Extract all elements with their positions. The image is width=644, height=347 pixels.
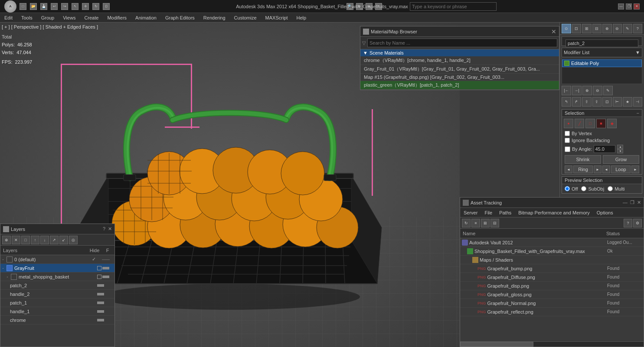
menu-views[interactable]: Views <box>59 14 80 21</box>
asset-btn-1[interactable]: ↻ <box>462 219 471 227</box>
layers-btn-new[interactable]: □ <box>21 236 30 244</box>
mod-sub-btn-5[interactable]: ✎ <box>603 86 613 95</box>
menu-create[interactable]: Create <box>80 14 103 21</box>
asset-menu-paths[interactable]: Paths <box>496 209 515 216</box>
asset-row-max-file[interactable]: Shopping_Basket_Filled_with_Grapefruits_… <box>460 247 644 256</box>
sel-icon-vertex[interactable]: ● <box>564 119 573 128</box>
ring-button[interactable]: Ring <box>573 165 593 173</box>
layer-row-grayfruit[interactable]: - GrayFruit <box>0 264 114 272</box>
mat-browser-close-btn[interactable]: ✕ <box>551 28 556 35</box>
asset-btn-2[interactable]: ≡ <box>471 219 480 227</box>
move-icon[interactable]: ✛ <box>82 3 89 10</box>
asset-row-reflect[interactable]: PNG Grapefruit_reflect.png Found <box>460 308 644 316</box>
menu-modifiers[interactable]: Modifiers <box>103 14 131 21</box>
rp-btn-2[interactable]: ⊡ <box>572 24 582 33</box>
redo-icon[interactable]: ↪ <box>61 3 68 10</box>
sel-icon-edge[interactable]: ╱ <box>575 119 584 128</box>
rp-btn-7[interactable]: ✎ <box>623 24 632 33</box>
menu-help[interactable]: Help <box>292 14 311 21</box>
modifier-entry[interactable]: Editable Poly <box>562 59 642 67</box>
search-input[interactable] <box>410 2 497 11</box>
asset-row-disp[interactable]: PNG Grapefruit_disp.png Found <box>460 282 644 290</box>
rp-btn-6[interactable]: ⊖ <box>613 24 622 33</box>
save-icon[interactable]: 💾 <box>40 3 47 10</box>
menu-rendering[interactable]: Rendering <box>199 14 230 21</box>
asset-minimize-btn[interactable]: — <box>623 200 628 205</box>
mod-sub-btn-2[interactable]: →| <box>572 86 582 95</box>
by-vertex-checkbox[interactable] <box>565 131 570 136</box>
menu-graph-editors[interactable]: Graph Editors <box>161 14 199 21</box>
select-icon[interactable]: ↖ <box>72 3 78 10</box>
rp-btn-3[interactable]: ⊞ <box>582 24 592 33</box>
rotate-icon[interactable]: ↻ <box>92 3 99 10</box>
menu-animation[interactable]: Animation <box>131 14 161 21</box>
preview-off-radio[interactable] <box>565 186 570 191</box>
asset-menu-file[interactable]: File <box>481 209 496 216</box>
menu-maxscript[interactable]: MAXScript <box>261 14 292 21</box>
pin-btn-4[interactable]: ⇪ <box>592 97 602 107</box>
rp-btn-8[interactable]: ? <box>633 24 643 33</box>
asset-menu-server[interactable]: Server <box>460 209 481 216</box>
menu-edit[interactable]: Edit <box>0 14 17 21</box>
layer-row-chrome[interactable]: chrome <box>0 316 114 324</box>
new-icon[interactable]: □ <box>20 3 26 10</box>
asset-btn-help[interactable]: ? <box>624 219 632 227</box>
ring-next-btn[interactable]: ► <box>594 165 602 173</box>
undo-icon[interactable]: ↩ <box>51 3 58 10</box>
asset-row-vault[interactable]: Autodesk Vault 2012 Logged Ou... <box>460 238 644 247</box>
angle-down-btn[interactable]: ▼ <box>617 149 623 153</box>
menu-customize[interactable]: Customize <box>230 14 261 21</box>
layers-btn-move-up[interactable]: ↑ <box>31 236 39 244</box>
rp-btn-4[interactable]: ⊟ <box>592 24 602 33</box>
mat-item-gray-fruit[interactable]: Gray_Fruit_01（VRayMtl）[Gray_Fruit_01, Gr… <box>360 65 559 74</box>
pin-btn-2[interactable]: ↱ <box>572 97 582 107</box>
open-icon[interactable]: 📂 <box>30 3 37 10</box>
pin-btn-8[interactable]: ⊣ <box>633 97 643 107</box>
asset-menu-options[interactable]: Options <box>593 209 617 216</box>
preview-subobj-radio[interactable] <box>581 186 586 191</box>
layer-row-handle1[interactable]: handle_1 <box>0 307 114 316</box>
shrink-button[interactable]: Shrink <box>565 155 601 164</box>
layers-btn-select[interactable]: ↗ <box>50 236 59 244</box>
asset-restore-btn[interactable]: ❐ <box>630 200 634 205</box>
loop-button[interactable]: Loop <box>611 165 631 173</box>
asset-row-diffuse[interactable]: PNG Grapefruit_Diffuse.png Found <box>460 273 644 282</box>
pin-btn-5[interactable]: ⊡ <box>602 97 612 107</box>
layer-row-0-default[interactable]: - 0 (default) ✓ —— <box>0 255 114 264</box>
loop-prev-btn[interactable]: ◄ <box>602 165 610 173</box>
layers-btn-deselect[interactable]: ↙ <box>59 236 68 244</box>
rp-btn-1[interactable]: ⊙ <box>562 24 571 33</box>
pin-btn-1[interactable]: ↰ <box>562 97 571 107</box>
asset-btn-settings[interactable]: ⚙ <box>633 219 642 227</box>
mat-section-scene-materials[interactable]: ▼ Scene Materials <box>360 49 559 56</box>
asset-row-maps-folder[interactable]: Maps / Shaders <box>460 256 644 264</box>
preview-multi-radio[interactable] <box>608 186 613 191</box>
layers-btn-remove[interactable]: ✕ <box>12 236 20 244</box>
restore-button[interactable]: ❐ <box>626 3 632 10</box>
asset-row-gloss[interactable]: PNG Grapefruit_gloss.png Found <box>460 290 644 299</box>
menu-tools[interactable]: Tools <box>17 14 37 21</box>
layer-row-handle2[interactable]: handle_2 <box>0 290 114 298</box>
asset-menu-bitmap[interactable]: Bitmap Performance and Memory <box>515 209 593 216</box>
by-angle-input[interactable] <box>594 145 615 153</box>
ring-prev-btn[interactable]: ◄ <box>565 165 572 173</box>
pin-btn-7[interactable]: ★ <box>623 97 632 107</box>
asset-scrollbar[interactable] <box>460 341 644 347</box>
layers-help-btn[interactable]: ? <box>103 226 105 232</box>
asset-btn-3[interactable]: ⊞ <box>481 219 490 227</box>
selection-collapse-btn[interactable]: − <box>637 110 639 116</box>
pin-btn-6[interactable]: ⊢ <box>613 97 622 107</box>
scale-icon[interactable]: ⟨⟩ <box>103 3 110 10</box>
mat-item-map15[interactable]: Map #15 (Grapefruit_disp.png) [Gray_Frui… <box>360 74 559 81</box>
angle-up-btn[interactable]: ▲ <box>617 145 623 149</box>
layers-btn-move-down[interactable]: ↓ <box>40 236 49 244</box>
asset-btn-4[interactable]: ⊟ <box>490 219 499 227</box>
mod-sub-btn-3[interactable]: ⊕ <box>582 86 592 95</box>
layer-row-patch1[interactable]: patch_1 <box>0 298 114 307</box>
sel-icon-poly[interactable]: ■ <box>596 119 606 128</box>
by-angle-checkbox[interactable] <box>565 146 570 152</box>
minimize-button[interactable]: — <box>618 3 624 10</box>
loop-next-btn[interactable]: ► <box>631 165 639 173</box>
mod-sub-btn-1[interactable]: |← <box>562 86 571 95</box>
layers-btn-highlight[interactable]: ◎ <box>69 236 78 244</box>
